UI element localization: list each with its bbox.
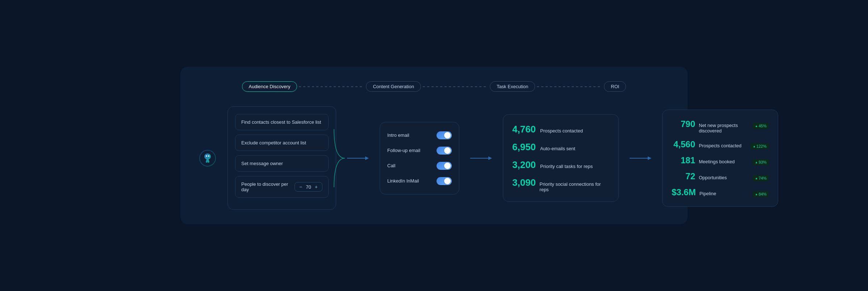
task-panel: 4,760 Prospects contacted 6,950 Auto-ema… xyxy=(503,114,619,202)
people-counter[interactable]: − 70 + xyxy=(295,182,322,192)
roi-row-4: $3.6M Pipeline 84% xyxy=(672,187,769,197)
step-label-content: Content Generation xyxy=(366,81,421,92)
roi-panel: 790 Net new prospects discovered 45% 4,5… xyxy=(662,110,778,207)
roi-number-4: $3.6M xyxy=(672,187,696,197)
people-label: People to discover per day xyxy=(241,181,291,192)
task-desc-0: Prospects contacted xyxy=(540,128,583,134)
toggle-call: Call xyxy=(387,162,452,170)
roi-label-1: Prospects contacted xyxy=(699,143,747,148)
arrow-2 xyxy=(470,155,492,162)
arrow-3 xyxy=(630,155,651,162)
roi-row-3: 72 Opportunities 74% xyxy=(672,171,769,181)
task-number-0: 4,760 xyxy=(512,124,536,135)
roi-label-0: Net new prospects discovered xyxy=(699,123,749,134)
toggle-followup-switch[interactable] xyxy=(437,147,452,155)
roi-badge-3: 74% xyxy=(753,175,769,181)
audience-panel: Find contacts closest to Salesforce list… xyxy=(228,106,336,210)
task-number-1: 6,950 xyxy=(512,142,536,153)
audience-people-row: People to discover per day − 70 + xyxy=(235,176,329,198)
task-number-3: 3,090 xyxy=(512,177,535,188)
step-label-roi: ROI xyxy=(604,81,626,92)
content-area: Find contacts closest to Salesforce list… xyxy=(199,106,669,210)
counter-minus-button[interactable]: − xyxy=(299,184,303,190)
roi-badge-0: 45% xyxy=(753,123,769,129)
svg-marker-4 xyxy=(365,156,369,160)
roi-number-1: 4,560 xyxy=(672,139,695,149)
svg-marker-6 xyxy=(488,156,492,160)
roi-number-0: 790 xyxy=(672,119,695,129)
step-label-task: Task Execution xyxy=(490,81,535,92)
toggle-linkedin-switch[interactable] xyxy=(437,177,452,185)
roi-badge-2: 93% xyxy=(753,159,769,165)
toggle-followup-email: Follow-up email xyxy=(387,147,452,155)
toggle-followup-label: Follow-up email xyxy=(387,148,420,153)
task-row-2: 3,200 Priority call tasks for reps xyxy=(512,159,609,171)
roi-row-2: 181 Meetings booked 93% xyxy=(672,155,769,165)
pipeline-step-audience: Audience Discovery xyxy=(242,81,297,92)
task-row-3: 3,090 Priority social connections for re… xyxy=(512,177,609,192)
roi-badge-1: 122% xyxy=(751,143,769,149)
arrow-svg-1 xyxy=(347,155,369,162)
task-number-2: 3,200 xyxy=(512,159,536,171)
toggle-intro-label: Intro email xyxy=(387,132,409,138)
logo-icon xyxy=(199,149,217,167)
pipeline-step-content: Content Generation xyxy=(366,81,421,92)
task-desc-3: Priority social connections for reps xyxy=(539,181,609,192)
roi-label-2: Meetings booked xyxy=(699,159,749,164)
pipeline-step-task: Task Execution xyxy=(490,81,535,92)
arrow-svg-3 xyxy=(630,155,651,162)
svg-marker-8 xyxy=(648,156,651,160)
task-desc-1: Auto-emails sent xyxy=(540,146,575,151)
main-container: Audience Discovery Content Generation Ta… xyxy=(180,67,688,224)
task-desc-2: Priority call tasks for reps xyxy=(540,164,593,169)
connector-1 xyxy=(299,86,364,87)
connector-2 xyxy=(423,86,488,87)
roi-row-1: 4,560 Prospects contacted 122% xyxy=(672,139,769,149)
audience-item-3: Set message owner xyxy=(235,155,329,172)
roi-row-0: 790 Net new prospects discovered 45% xyxy=(672,119,769,134)
bracket-connector xyxy=(332,126,347,191)
roi-label-3: Opportunities xyxy=(699,175,749,180)
counter-value: 70 xyxy=(306,184,311,190)
toggle-call-switch[interactable] xyxy=(437,162,452,170)
roi-badge-4: 84% xyxy=(753,191,769,197)
counter-plus-button[interactable]: + xyxy=(314,184,318,190)
svg-point-2 xyxy=(208,155,209,157)
audience-item-1: Find contacts closest to Salesforce list xyxy=(235,114,329,130)
audience-item-2: Exclude competitor account list xyxy=(235,135,329,151)
svg-point-1 xyxy=(206,155,207,157)
toggle-intro-switch[interactable] xyxy=(437,131,452,139)
roi-label-4: Pipeline xyxy=(700,191,749,196)
step-label-audience: Audience Discovery xyxy=(242,81,297,92)
task-row-1: 6,950 Auto-emails sent xyxy=(512,142,609,153)
toggle-linkedin-label: LinkedIn InMail xyxy=(387,178,419,184)
roi-number-3: 72 xyxy=(672,171,695,181)
arrow-1 xyxy=(347,155,369,162)
toggle-linkedin: LinkedIn InMail xyxy=(387,177,452,185)
pipeline-step-roi: ROI xyxy=(604,81,626,92)
pipeline-header: Audience Discovery Content Generation Ta… xyxy=(199,81,669,92)
connector-3 xyxy=(537,86,602,87)
content-panel: Intro email Follow-up email Call LinkedI… xyxy=(380,122,459,194)
task-row-0: 4,760 Prospects contacted xyxy=(512,124,609,135)
toggle-call-label: Call xyxy=(387,163,395,168)
roi-number-2: 181 xyxy=(672,155,695,165)
toggle-intro-email: Intro email xyxy=(387,131,452,139)
arrow-svg-2 xyxy=(470,155,492,162)
